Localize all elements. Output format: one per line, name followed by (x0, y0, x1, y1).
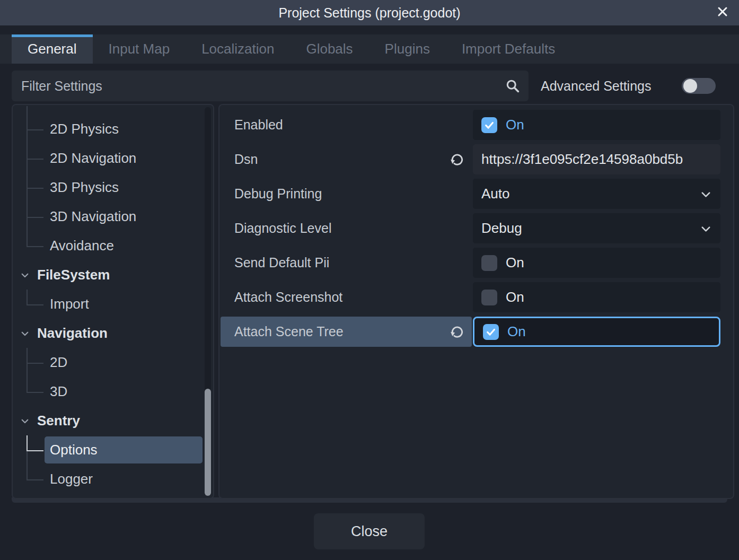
chevron-down-icon (20, 416, 30, 426)
search-icon (504, 77, 521, 94)
revert-icon (450, 324, 464, 339)
tab-localization[interactable]: Localization (186, 34, 290, 64)
tree-item-navigation[interactable]: Navigation (13, 319, 213, 348)
tree-item-label: Avoidance (13, 238, 114, 254)
setting-label: Diagnostic Level (234, 213, 331, 243)
dropdown-value-text: Auto (481, 186, 712, 202)
chevron-down-icon (20, 270, 30, 280)
toggle-knob (683, 79, 697, 93)
attach-screenshot-value: On (473, 282, 720, 312)
setting-label: Attach Scene Tree (234, 317, 344, 347)
tab-import-defaults[interactable]: Import Defaults (446, 34, 571, 64)
enabled-value: On (473, 110, 720, 140)
diagnostic-level-dropdown[interactable]: Debug (473, 213, 720, 243)
setting-label: Enabled (234, 110, 283, 140)
window-title: Project Settings (project.godot) (278, 5, 460, 21)
tree-item-filesystem[interactable]: FileSystem (13, 260, 213, 290)
setting-label: Attach Screenshot (234, 282, 342, 312)
tree-item-sentry[interactable]: Sentry (13, 406, 213, 435)
settings-rows: EnabledOnDsnhttps://3f1e095cf2e14598a0bd… (219, 105, 733, 498)
tree-item-import[interactable]: Import (13, 290, 213, 319)
revert-button[interactable] (449, 323, 465, 339)
tab-input-map[interactable]: Input Map (93, 34, 186, 64)
checkbox-state-label: On (506, 289, 524, 305)
tab-plugins[interactable]: Plugins (369, 34, 446, 64)
filter-settings-input[interactable]: Filter Settings (12, 71, 529, 101)
setting-row-enabled: EnabledOn (225, 110, 728, 140)
setting-row-attach-scene-tree: Attach Scene TreeOn (225, 317, 728, 347)
tree-item-logger[interactable]: Logger (13, 465, 213, 494)
checkbox-state-label: On (507, 323, 526, 340)
chevron-down-icon (700, 188, 712, 200)
input-value-text: https://3f1e095cf2e14598a0bd5b (481, 151, 712, 168)
setting-row-send-default-pii: Send Default PiiOn (225, 248, 728, 278)
settings-values-panel: EnabledOnDsnhttps://3f1e095cf2e14598a0bd… (218, 104, 734, 499)
tree-item-2d[interactable]: 2D (13, 348, 213, 377)
close-icon (716, 5, 729, 20)
debug-printing-dropdown[interactable]: Auto (473, 179, 720, 209)
setting-label: Debug Printing (234, 179, 322, 209)
dsn-input[interactable]: https://3f1e095cf2e14598a0bd5b (473, 144, 720, 174)
chevron-down-icon (700, 223, 712, 235)
settings-tree-panel: 2D Physics2D Navigation3D Physics3D Navi… (12, 104, 214, 499)
tree-item-label: Logger (13, 471, 93, 487)
tree-item-label: 3D (13, 383, 67, 400)
dropdown-value-text: Debug (481, 220, 712, 237)
chevron-down-icon (20, 329, 30, 338)
tree-item-3d[interactable]: 3D (13, 377, 213, 406)
tree-item-label: 2D Physics (13, 121, 119, 137)
send-default-pii-checkbox[interactable] (481, 255, 497, 271)
tree-item-label: Options (13, 442, 98, 458)
revert-icon (450, 152, 464, 167)
checkbox-state-label: On (506, 117, 524, 133)
tree-item-label: 2D Navigation (13, 150, 136, 167)
tree-scrollbar-thumb[interactable] (205, 389, 211, 496)
close-button[interactable]: Close (314, 513, 425, 549)
setting-label: Dsn (234, 144, 258, 174)
checkmark-icon (483, 119, 495, 131)
setting-row-dsn: Dsnhttps://3f1e095cf2e14598a0bd5b (225, 144, 728, 174)
tree-item-2d-physics[interactable]: 2D Physics (13, 115, 213, 144)
tab-globals[interactable]: Globals (290, 34, 368, 64)
checkbox-state-label: On (506, 255, 524, 271)
send-default-pii-value: On (473, 248, 720, 278)
attach-scene-tree-checkbox[interactable] (483, 324, 499, 340)
tree-item-label: Import (13, 296, 89, 312)
tree-item-options[interactable]: Options (13, 435, 213, 465)
attach-scene-tree-value: On (473, 317, 720, 347)
tree-item-label: 2D (13, 354, 67, 371)
enabled-checkbox[interactable] (481, 117, 497, 133)
filter-placeholder: Filter Settings (12, 78, 504, 94)
tree-item-avoidance[interactable]: Avoidance (13, 231, 213, 260)
checkmark-icon (485, 326, 497, 338)
close-window-button[interactable] (715, 5, 731, 21)
title-bar: Project Settings (project.godot) (0, 0, 739, 25)
advanced-settings-toggle[interactable] (682, 78, 716, 94)
tree-item-3d-navigation[interactable]: 3D Navigation (13, 202, 213, 231)
setting-row-debug-printing: Debug PrintingAuto (225, 179, 728, 209)
tree-item-3d-physics[interactable]: 3D Physics (13, 173, 213, 202)
tree-item-label: 3D Physics (13, 179, 119, 196)
tree-trunk (27, 106, 28, 115)
advanced-settings-label: Advanced Settings (541, 71, 651, 101)
attach-screenshot-checkbox[interactable] (481, 290, 497, 305)
tab-bar: GeneralInput MapLocalizationGlobalsPlugi… (12, 34, 571, 64)
revert-button[interactable] (449, 151, 465, 167)
tree-item-label: 3D Navigation (13, 208, 136, 225)
setting-row-attach-screenshot: Attach ScreenshotOn (225, 282, 728, 312)
tree-list: 2D Physics2D Navigation3D Physics3D Navi… (13, 105, 213, 498)
tab-general[interactable]: General (12, 34, 93, 64)
setting-row-diagnostic-level: Diagnostic LevelDebug (225, 213, 728, 243)
tree-item-2d-navigation[interactable]: 2D Navigation (13, 144, 213, 173)
setting-label: Send Default Pii (234, 248, 329, 278)
